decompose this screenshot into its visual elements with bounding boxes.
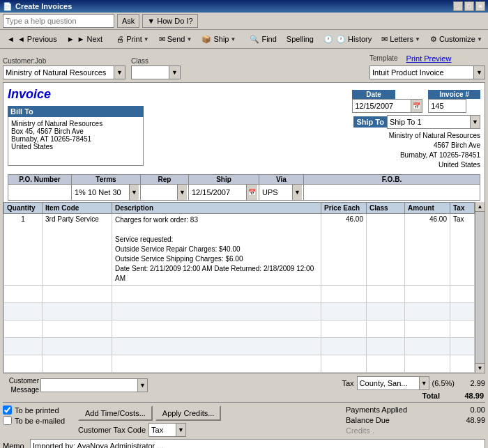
customer-tax-code-dropdown[interactable]: ▼ xyxy=(176,423,186,437)
bill-to-line4: United States xyxy=(11,143,140,150)
add-time-costs-button[interactable]: Add Time/Costs... xyxy=(78,405,153,421)
bill-to-line1: Ministry of Natural Resources xyxy=(11,120,140,128)
template-dropdown[interactable]: ▼ xyxy=(474,65,485,79)
how-do-button[interactable]: ▼ How Do I? xyxy=(142,14,197,28)
cell-quantity: 1 xyxy=(4,214,43,286)
to-be-printed-checkbox[interactable] xyxy=(3,405,12,415)
rep-label: Rep xyxy=(141,175,188,185)
print-button[interactable]: 🖨 Print ▼ xyxy=(112,31,153,47)
minimize-button[interactable]: _ xyxy=(453,1,463,11)
via-dropdown[interactable]: ▼ xyxy=(292,185,302,200)
tax-row-label: Tax xyxy=(342,379,353,387)
bill-to-header: Bill To xyxy=(8,106,144,117)
invoice-num-input[interactable] xyxy=(428,99,466,113)
cell-class xyxy=(367,214,405,286)
balance-due-label: Balance Due xyxy=(346,416,390,424)
customer-message-label: CustomerMessage xyxy=(3,376,39,394)
cell-price-each: 46.00 xyxy=(321,214,367,286)
template-label: Template xyxy=(369,54,398,62)
terms-value: 1% 10 Net 30 xyxy=(73,188,129,196)
items-table: Quantity Item Code Description Price Eac… xyxy=(3,202,475,373)
letters-button[interactable]: ✉ Letters ▼ xyxy=(377,31,425,47)
customer-message-dropdown[interactable]: ▼ xyxy=(138,378,148,392)
payments-applied-value: 0.00 xyxy=(471,405,485,414)
customer-message-input[interactable] xyxy=(40,378,138,392)
table-row-empty-3[interactable] xyxy=(4,320,475,338)
fob-value xyxy=(304,185,480,200)
cell-tax: Tax xyxy=(450,214,475,286)
ask-button[interactable]: Ask xyxy=(117,14,139,28)
checkboxes-group: To be printed To be e-mailed xyxy=(3,405,73,425)
table-row-empty-4[interactable] xyxy=(4,338,475,355)
app-icon: 📄 xyxy=(3,2,13,11)
terms-dropdown[interactable]: ▼ xyxy=(129,185,139,200)
to-be-printed-label[interactable]: To be printed xyxy=(3,405,73,415)
credits-text: Credits . xyxy=(346,426,374,435)
class-field: Class ▼ xyxy=(131,57,181,79)
ship-date-value: 12/15/2007 xyxy=(190,188,246,196)
class-dropdown[interactable]: ▼ xyxy=(169,65,181,79)
th-class: Class xyxy=(367,203,405,214)
to-be-emailed-checkbox[interactable] xyxy=(3,416,12,425)
ship-button[interactable]: 📦 Ship ▼ xyxy=(197,31,240,47)
table-row-empty-1[interactable] xyxy=(4,286,475,303)
rep-dropdown[interactable]: ▼ xyxy=(177,185,187,200)
po-number-value[interactable] xyxy=(8,185,71,200)
scroll-up-button[interactable]: ▲ xyxy=(475,202,485,212)
memo-input[interactable] xyxy=(30,439,485,448)
payments-section: Payments Applied 0.00 Balance Due 48.99 … xyxy=(346,405,485,435)
date-calendar-icon[interactable]: 📅 xyxy=(411,99,422,113)
po-terms-row: P.O. Number Terms 1% 10 Net 30 ▼ Rep xyxy=(8,174,480,201)
items-scrollbar[interactable]: ▲ ▼ xyxy=(475,202,485,373)
line-items-area: Quantity Item Code Description Price Eac… xyxy=(3,202,485,373)
previous-button[interactable]: ◄ ◄ Previous xyxy=(3,31,61,47)
ship-to-value: Ship To 1 xyxy=(387,115,471,129)
customer-job-dropdown[interactable]: ▼ xyxy=(114,65,125,79)
ship-to-dropdown[interactable]: ▼ xyxy=(471,115,480,129)
th-price-each: Price Each xyxy=(321,203,367,214)
customer-job-input[interactable] xyxy=(3,65,114,79)
table-row-empty-2[interactable] xyxy=(4,303,475,320)
window-title: Create Invoices xyxy=(15,2,72,10)
bill-to-line3: Burnaby, AT 10265-78451 xyxy=(11,135,140,143)
how-do-label: ▼ How Do I? xyxy=(147,17,192,25)
cell-item-code: 3rd Party Service xyxy=(43,214,112,286)
payments-applied-label: Payments Applied xyxy=(346,405,407,414)
th-quantity: Quantity xyxy=(4,203,43,214)
customize-button[interactable]: ⚙ Customize ▼ xyxy=(426,31,487,47)
date-input[interactable] xyxy=(352,99,411,113)
balance-due-value: 48.99 xyxy=(466,416,485,424)
class-input[interactable] xyxy=(131,65,169,79)
date-label: Date xyxy=(352,90,395,99)
ship-to-address: Ministry of Natural Resources 4567 Birch… xyxy=(389,131,480,170)
scroll-down-button[interactable]: ▼ xyxy=(475,363,485,373)
tax-dropdown[interactable]: ▼ xyxy=(420,376,429,390)
next-button[interactable]: ► ► Next xyxy=(63,31,107,47)
bill-to-section: Bill To Ministry of Natural Resources Bo… xyxy=(8,106,144,166)
to-be-emailed-label[interactable]: To be e-mailed xyxy=(3,416,73,425)
close-button[interactable]: × xyxy=(475,1,485,11)
history-button[interactable]: 🕐 🕐 History xyxy=(319,31,376,47)
table-row-empty-5[interactable] xyxy=(4,355,475,373)
scroll-track xyxy=(475,212,485,363)
table-row[interactable]: 1 3rd Party Service Charges for work ord… xyxy=(4,214,475,286)
customer-tax-code-value: Tax xyxy=(148,423,176,437)
customer-job-label: Customer:Job xyxy=(3,57,125,65)
bill-to-line2: Box 45, 4567 Birch Ave xyxy=(11,128,140,135)
send-button[interactable]: ✉ Send ▼ xyxy=(155,31,197,47)
total-label: Total xyxy=(422,392,440,400)
invoice-title: Invoice xyxy=(8,87,144,102)
find-button[interactable]: 🔍 Find xyxy=(245,31,280,47)
ship-to-label: Ship To xyxy=(353,116,387,128)
template-input[interactable] xyxy=(369,65,474,79)
apply-credits-button[interactable]: Apply Credits... xyxy=(155,405,222,421)
print-preview-button[interactable]: Print Preview xyxy=(402,52,456,65)
maximize-button[interactable]: □ xyxy=(464,1,474,11)
th-item-code: Item Code xyxy=(43,203,112,214)
previous-icon: ◄ xyxy=(7,35,15,43)
tax-value: County, San... xyxy=(357,376,420,390)
help-input[interactable] xyxy=(3,14,114,28)
ship-date-calendar[interactable]: 📅 xyxy=(246,185,257,200)
po-number-label: P.O. Number xyxy=(8,175,71,185)
spelling-button[interactable]: Spelling xyxy=(282,31,318,47)
